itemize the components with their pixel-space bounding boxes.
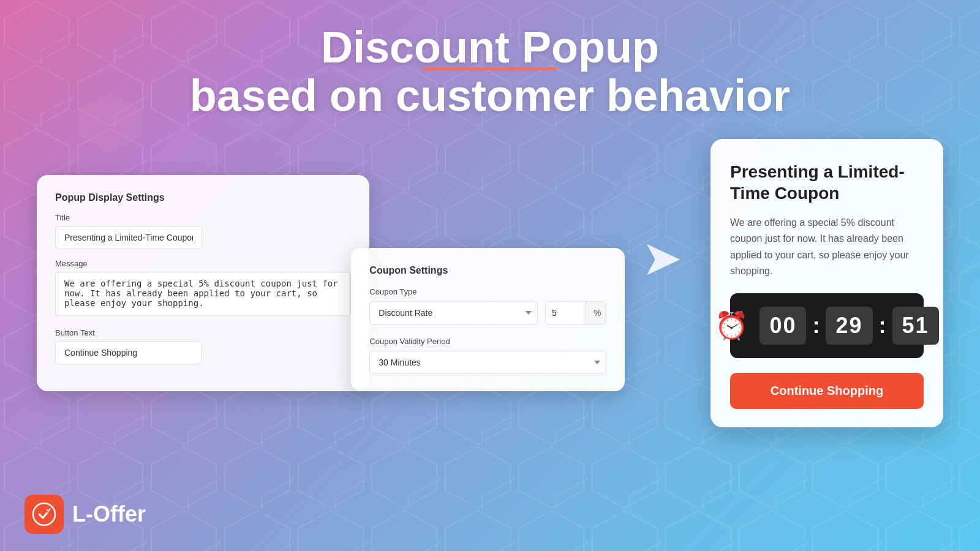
coupon-type-label: Coupon Type — [369, 287, 606, 296]
percent-input[interactable] — [546, 302, 586, 324]
button-text-label: Button Text — [55, 328, 351, 337]
button-text-input[interactable] — [55, 341, 202, 364]
logo-icon — [24, 495, 64, 534]
validity-select-wrapper: 30 Minutes 1 Hour 24 Hours — [369, 351, 606, 374]
main-content: Popup Display Settings Title Message We … — [0, 139, 980, 427]
title-line2: based on customer behavior — [0, 70, 980, 121]
message-textarea[interactable]: We are offering a special 5% discount co… — [55, 272, 351, 316]
settings-panel-title: Popup Display Settings — [55, 192, 351, 203]
button-text-form-group: Button Text — [55, 328, 351, 364]
percent-input-wrapper: % — [545, 301, 606, 324]
timer-colon-1: : — [812, 313, 820, 339]
timer-digits: 00 : 29 : 51 — [760, 307, 938, 345]
message-label: Message — [55, 259, 351, 268]
preview-message: We are offering a special 5% discount co… — [730, 215, 924, 280]
message-form-group: Message We are offering a special 5% dis… — [55, 259, 351, 318]
logo-text: L-Offer — [72, 501, 146, 527]
title-input[interactable] — [55, 226, 202, 249]
title-form-group: Title — [55, 213, 351, 249]
coupon-settings-title: Coupon Settings — [369, 265, 606, 276]
logo-svg — [32, 502, 56, 527]
timer-colon-2: : — [879, 313, 886, 339]
timer-block: ⏰ 00 : 29 : 51 — [730, 293, 924, 358]
settings-panel: Popup Display Settings Title Message We … — [37, 175, 369, 391]
preview-title: Presenting a Limited-Time Coupon — [730, 161, 924, 204]
arrow-wrapper: ➤ — [625, 234, 698, 283]
footer-logo: L-Offer — [24, 495, 146, 534]
validity-select[interactable]: 30 Minutes 1 Hour 24 Hours — [369, 351, 606, 374]
title-line1: Discount Popup — [0, 22, 980, 70]
title-label: Title — [55, 213, 351, 222]
coupon-type-row: Discount Rate Fixed Amount % — [369, 301, 606, 324]
preview-panel: Presenting a Limited-Time Coupon We are … — [710, 139, 943, 427]
timer-minutes: 29 — [826, 307, 872, 345]
header: Discount Popup based on customer behavio… — [0, 0, 980, 121]
arrow-icon: ➤ — [641, 234, 682, 283]
coupon-settings-panel: Coupon Settings Coupon Type Discount Rat… — [351, 248, 625, 391]
coupon-type-select-wrapper: Discount Rate Fixed Amount — [369, 301, 538, 324]
continue-shopping-button[interactable]: Continue Shopping — [730, 373, 924, 409]
percent-symbol: % — [586, 302, 606, 324]
coupon-type-select[interactable]: Discount Rate Fixed Amount — [369, 301, 538, 324]
timer-seconds: 51 — [892, 307, 939, 345]
svg-point-14 — [33, 503, 55, 525]
timer-clock-icon: ⏰ — [715, 310, 748, 342]
timer-hours: 00 — [760, 307, 806, 345]
validity-label: Coupon Validity Period — [369, 337, 606, 346]
